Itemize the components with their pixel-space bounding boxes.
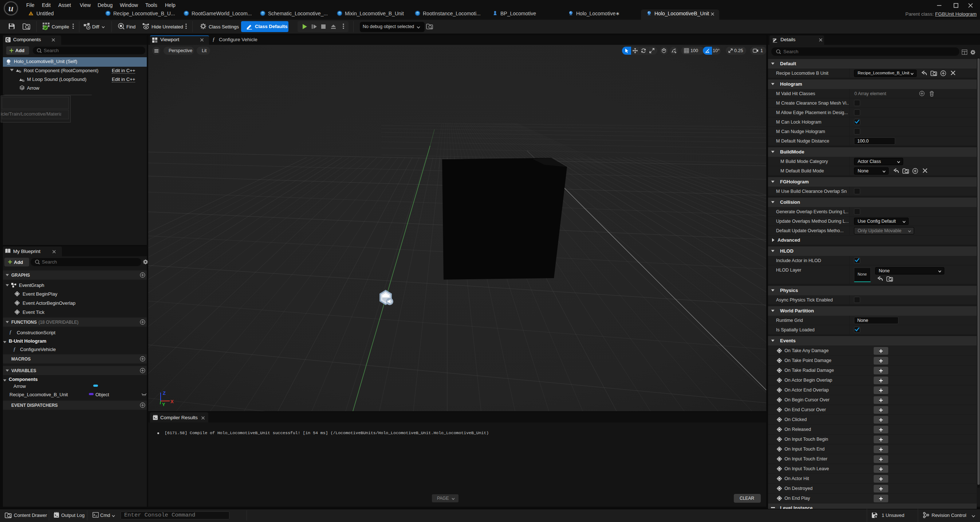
svg-text:u: u: [8, 3, 13, 13]
svg-text:Y: Y: [162, 402, 165, 407]
svg-text:Z: Z: [163, 390, 166, 396]
svg-text:X: X: [170, 399, 174, 404]
